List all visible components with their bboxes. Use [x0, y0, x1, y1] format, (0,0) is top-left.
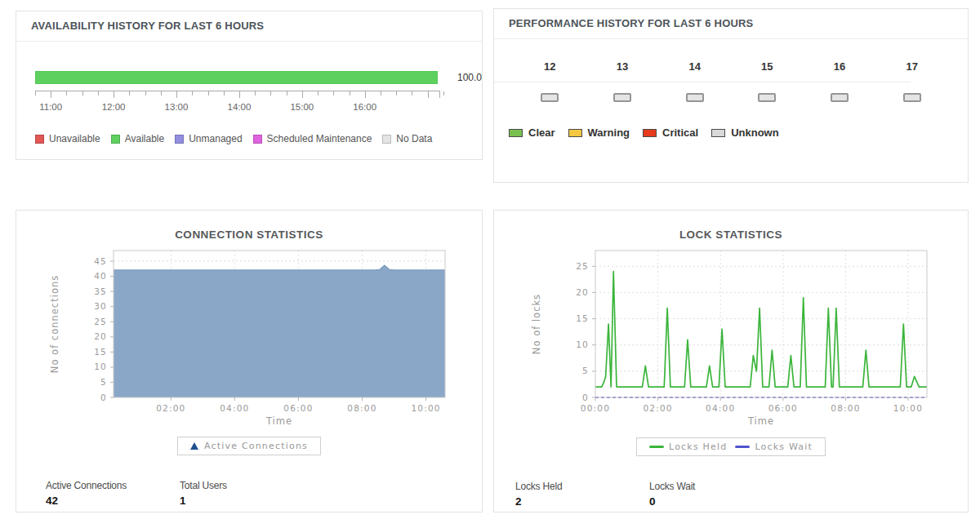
svg-text:0: 0 [100, 393, 107, 402]
stat-value: 2 [515, 495, 649, 508]
ruler-tick [302, 91, 303, 98]
svg-text:Time: Time [265, 415, 292, 427]
status-box-15[interactable] [758, 93, 776, 102]
stat-label: Total Users [180, 480, 314, 491]
ruler-tick [365, 91, 366, 98]
legend-item: Warning [568, 126, 630, 139]
stat-label: Active Connections [46, 480, 180, 491]
legend-swatch [382, 135, 391, 144]
connections-plot[interactable]: 05101520253035404502:0004:0006:0008:0010… [45, 242, 453, 430]
legend-item: Unknown [711, 126, 779, 139]
availability-bar[interactable] [35, 71, 438, 84]
legend-item: Unavailable [35, 133, 100, 144]
stat-value: 0 [649, 495, 783, 508]
stat-value: 42 [46, 495, 180, 507]
connection-statistics-panel: CONNECTION STATISTICS 051015202530354045… [16, 210, 483, 512]
legend-swatch [175, 135, 184, 144]
legend-swatch [643, 129, 657, 137]
availability-time-labels: 11:0012:0013:0014:0015:0016:00 [35, 102, 440, 113]
legend-item: Unmanaged [175, 133, 242, 144]
availability-bar-row: 100.0 [35, 71, 482, 84]
svg-text:08:00: 08:00 [831, 403, 860, 413]
ruler-tick [114, 91, 114, 98]
ruler-tick [51, 91, 51, 98]
availability-history-panel: AVAILABILITY HISTORY FOR LAST 6 HOURS 10… [16, 11, 483, 160]
ruler-tick [82, 91, 83, 95]
connection-chart-legend: Active Connections [16, 437, 482, 455]
svg-text:02:00: 02:00 [643, 403, 672, 413]
time-label: 16:00 [347, 102, 383, 112]
svg-text:No of connections: No of connections [49, 275, 60, 373]
legend-swatch [253, 135, 262, 144]
stat-locks-wait: Locks Wait0 [649, 481, 783, 508]
stat-total-users: Total Users1 [180, 480, 314, 507]
lock-statistics-chart[interactable]: 051015202500:0002:0004:0006:0008:0010:00… [494, 242, 968, 433]
ruler-tick [287, 91, 287, 95]
hour-label: 15 [731, 60, 804, 73]
svg-text:04:00: 04:00 [706, 403, 735, 413]
time-label: 13:00 [158, 102, 194, 112]
connection-statistics-chart[interactable]: 05101520253035404502:0004:0006:0008:0010… [16, 242, 482, 433]
time-label: 15:00 [284, 102, 320, 112]
ruler-tick [255, 91, 256, 95]
ruler-tick [428, 91, 429, 98]
legend-label: Unavailable [49, 133, 100, 144]
ruler-tick [396, 91, 397, 95]
svg-text:30: 30 [94, 301, 107, 311]
ruler-tick [129, 91, 130, 95]
performance-status-row [514, 93, 948, 102]
performance-history-title: PERFORMANCE HISTORY FOR LAST 6 HOURS [494, 9, 968, 39]
legend-label: Active Connections [204, 441, 308, 451]
lock-statistics-title: LOCK STATISTICS [494, 229, 968, 241]
ruler-tick [98, 91, 99, 95]
status-box-13[interactable] [613, 93, 631, 102]
locks-plot[interactable]: 051015202500:0002:0004:0006:0008:0010:00… [527, 242, 935, 430]
ruler-tick [318, 91, 318, 95]
legend-label: Clear [528, 126, 555, 139]
ruler-tick [350, 91, 350, 95]
status-box-14[interactable] [686, 93, 704, 102]
svg-text:45: 45 [94, 256, 107, 266]
svg-text:20: 20 [94, 331, 107, 341]
status-box-12[interactable] [541, 93, 559, 102]
ruler-tick [35, 91, 36, 95]
legend-swatch [711, 129, 725, 137]
stat-label: Locks Held [515, 481, 649, 492]
availability-value: 100.0 [457, 72, 482, 83]
lock-chart-legend: Locks HeldLocks Wait [494, 437, 968, 456]
legend-item: Available [111, 133, 164, 144]
status-box-17[interactable] [903, 93, 921, 102]
ruler-tick [208, 91, 209, 95]
ruler-tick [239, 91, 240, 98]
status-cell [731, 93, 804, 102]
svg-text:20: 20 [576, 287, 589, 297]
availability-time-ruler [35, 91, 440, 100]
hour-label: 16 [804, 60, 876, 73]
triangle-marker-icon [190, 442, 198, 450]
svg-text:06:00: 06:00 [283, 403, 313, 413]
svg-text:10: 10 [94, 362, 107, 371]
svg-text:04:00: 04:00 [220, 403, 249, 413]
legend-label: Locks Held [669, 441, 727, 452]
status-cell [514, 93, 586, 102]
status-box-16[interactable] [831, 93, 849, 102]
svg-text:40: 40 [94, 271, 107, 281]
legend-entry[interactable]: Locks Wait [735, 441, 813, 452]
legend-label: Critical [662, 126, 698, 139]
lock-statistics-panel: LOCK STATISTICS 051015202500:0002:0004:0… [493, 210, 969, 512]
legend-entry[interactable]: Active Connections [190, 441, 308, 451]
legend-label: Locks Wait [755, 441, 813, 452]
chart-legend-box[interactable]: Locks HeldLocks Wait [636, 437, 826, 456]
performance-legend: ClearWarningCriticalUnknown [509, 126, 968, 139]
connection-statistics-title: CONNECTION STATISTICS [16, 229, 482, 241]
svg-text:35: 35 [94, 286, 107, 296]
legend-entry[interactable]: Locks Held [649, 441, 727, 452]
stat-active-connections: Active Connections42 [46, 480, 180, 507]
hour-label: 14 [658, 60, 731, 73]
svg-text:06:00: 06:00 [768, 403, 798, 413]
ruler-tick [270, 91, 271, 95]
svg-text:0: 0 [582, 393, 589, 402]
chart-legend-box[interactable]: Active Connections [177, 437, 321, 455]
svg-text:Time: Time [747, 415, 774, 427]
svg-text:10:00: 10:00 [893, 403, 923, 413]
